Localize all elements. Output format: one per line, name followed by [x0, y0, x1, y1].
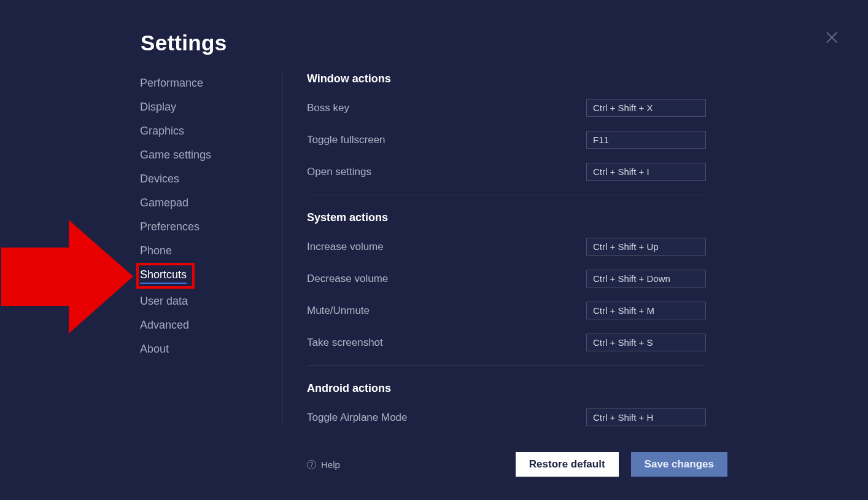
- shortcut-row: Open settings Ctrl + Shift + I: [307, 163, 706, 181]
- shortcut-row: Mute/Unmute Ctrl + Shift + M: [307, 302, 706, 319]
- section-title-android-actions: Android actions: [307, 382, 706, 395]
- sidebar-item-phone[interactable]: Phone: [140, 244, 172, 257]
- shortcut-label-take-screenshot: Take screenshot: [307, 337, 383, 349]
- sidebar-item-display[interactable]: Display: [140, 100, 176, 114]
- shortcut-label-decrease-volume: Decrease volume: [307, 273, 388, 285]
- sidebar-item-performance[interactable]: Performance: [140, 76, 203, 90]
- vertical-divider: [282, 72, 283, 426]
- section-divider: [307, 365, 706, 366]
- section-title-system-actions: System actions: [307, 211, 706, 224]
- shortcut-input-decrease-volume[interactable]: Ctrl + Shift + Down: [586, 270, 706, 287]
- section-title-window-actions: Window actions: [307, 72, 706, 85]
- help-link[interactable]: ? Help: [307, 459, 340, 470]
- sidebar-item-user-data[interactable]: User data: [140, 294, 188, 308]
- shortcut-label-increase-volume: Increase volume: [307, 241, 384, 253]
- shortcut-input-increase-volume[interactable]: Ctrl + Shift + Up: [586, 238, 706, 256]
- sidebar-item-shortcuts[interactable]: Shortcuts: [140, 268, 187, 284]
- close-icon: [825, 31, 839, 44]
- sidebar-item-about[interactable]: About: [140, 342, 169, 356]
- shortcut-input-mute-unmute[interactable]: Ctrl + Shift + M: [586, 302, 706, 319]
- save-changes-button[interactable]: Save changes: [631, 452, 727, 477]
- settings-content: Window actions Boss key Ctrl + Shift + X…: [307, 72, 706, 426]
- shortcut-row: Boss key Ctrl + Shift + X: [307, 99, 706, 117]
- sidebar-item-preferences[interactable]: Preferences: [140, 220, 200, 233]
- shortcut-input-boss-key[interactable]: Ctrl + Shift + X: [586, 99, 706, 117]
- help-label: Help: [321, 459, 340, 470]
- shortcut-label-airplane-mode: Toggle Airplane Mode: [307, 412, 408, 424]
- annotation-arrow-icon: [1, 220, 136, 337]
- sidebar-item-gamepad[interactable]: Gamepad: [140, 196, 188, 209]
- shortcut-label-boss-key: Boss key: [307, 102, 349, 114]
- sidebar-item-game-settings[interactable]: Game settings: [140, 148, 211, 162]
- help-icon: ?: [307, 460, 316, 469]
- shortcut-row: Decrease volume Ctrl + Shift + Down: [307, 270, 706, 287]
- shortcut-row: Toggle Airplane Mode Ctrl + Shift + H: [307, 408, 706, 426]
- settings-sidebar: Performance Display Graphics Game settin…: [140, 76, 275, 356]
- page-title: Settings: [141, 31, 227, 55]
- shortcut-row: Toggle fullscreen F11: [307, 131, 706, 149]
- shortcut-label-mute-unmute: Mute/Unmute: [307, 305, 370, 317]
- section-divider: [307, 195, 706, 195]
- shortcut-row: Increase volume Ctrl + Shift + Up: [307, 238, 706, 256]
- shortcut-input-open-settings[interactable]: Ctrl + Shift + I: [586, 163, 706, 181]
- footer-bar: ? Help Restore default Save changes: [307, 452, 727, 477]
- shortcut-label-toggle-fullscreen: Toggle fullscreen: [307, 134, 386, 146]
- shortcut-row: Take screenshot Ctrl + Shift + S: [307, 334, 706, 351]
- restore-default-button[interactable]: Restore default: [516, 452, 619, 477]
- sidebar-item-graphics[interactable]: Graphics: [140, 124, 184, 138]
- sidebar-item-advanced[interactable]: Advanced: [140, 318, 189, 332]
- close-button[interactable]: [825, 31, 839, 44]
- shortcut-input-take-screenshot[interactable]: Ctrl + Shift + S: [586, 334, 706, 351]
- shortcut-label-open-settings: Open settings: [307, 166, 371, 178]
- svg-marker-2: [1, 220, 133, 334]
- sidebar-item-devices[interactable]: Devices: [140, 172, 179, 186]
- shortcut-input-toggle-fullscreen[interactable]: F11: [586, 131, 706, 149]
- shortcut-input-airplane-mode[interactable]: Ctrl + Shift + H: [586, 408, 706, 426]
